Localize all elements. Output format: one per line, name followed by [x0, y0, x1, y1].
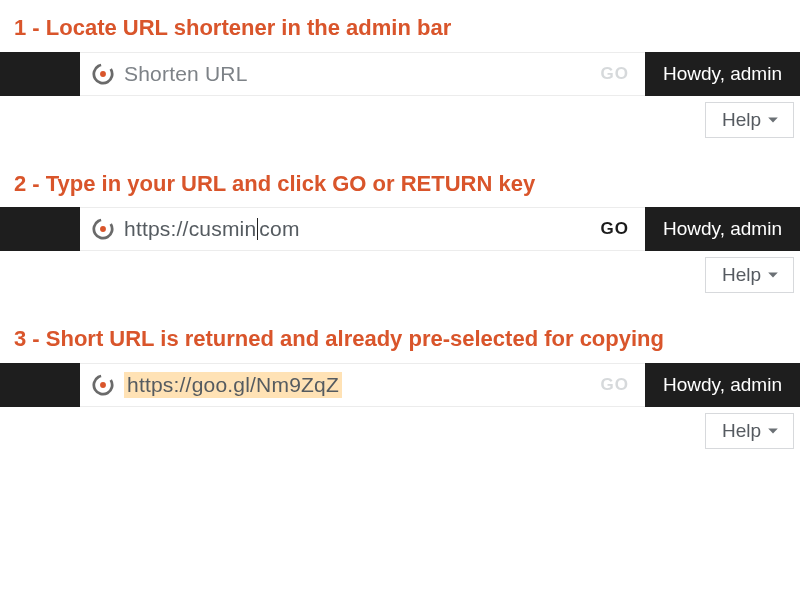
step-2-block: 2 - Type in your URL and click GO or RET… [0, 156, 800, 294]
step-3-caption: 3 - Short URL is returned and already pr… [0, 311, 800, 363]
go-button[interactable]: GO [595, 60, 635, 88]
url-result-selected: https://goo.gl/Nm9ZqZ [124, 372, 342, 398]
chevron-down-icon [767, 420, 779, 442]
url-typed-before: https://cusmin [124, 217, 256, 241]
step-2-caption: 2 - Type in your URL and click GO or RET… [0, 156, 800, 208]
svg-point-5 [100, 382, 106, 388]
chevron-down-icon [767, 109, 779, 131]
help-row: Help [0, 413, 800, 449]
help-dropdown[interactable]: Help [705, 102, 794, 138]
go-button[interactable]: GO [595, 371, 635, 399]
chevron-down-icon [767, 264, 779, 286]
url-shortener-field[interactable]: https://goo.gl/Nm9ZqZ GO [80, 363, 645, 407]
help-label: Help [722, 109, 761, 131]
help-label: Help [722, 420, 761, 442]
help-dropdown[interactable]: Help [705, 257, 794, 293]
admin-bar-left-stub [0, 207, 80, 251]
url-placeholder-text: Shorten URL [124, 62, 248, 86]
help-row: Help [0, 102, 800, 138]
admin-bar: https://goo.gl/Nm9ZqZ GO Howdy, admin [0, 363, 800, 407]
help-dropdown[interactable]: Help [705, 413, 794, 449]
text-cursor-icon [257, 218, 258, 240]
svg-point-1 [100, 71, 106, 77]
svg-point-3 [100, 226, 106, 232]
cusmin-logo-icon [92, 374, 114, 396]
help-row: Help [0, 257, 800, 293]
step-3-block: 3 - Short URL is returned and already pr… [0, 311, 800, 449]
howdy-greeting[interactable]: Howdy, admin [645, 207, 800, 251]
cusmin-logo-icon [92, 63, 114, 85]
admin-bar: https://cusmincom GO Howdy, admin [0, 207, 800, 251]
step-1-caption: 1 - Locate URL shortener in the admin ba… [0, 0, 800, 52]
url-shortener-field[interactable]: https://cusmincom GO [80, 207, 645, 251]
url-shortener-field[interactable]: Shorten URL GO [80, 52, 645, 96]
admin-bar-left-stub [0, 363, 80, 407]
url-typed-after: com [259, 217, 299, 241]
cusmin-logo-icon [92, 218, 114, 240]
admin-bar-left-stub [0, 52, 80, 96]
howdy-greeting[interactable]: Howdy, admin [645, 52, 800, 96]
go-button[interactable]: GO [595, 215, 635, 243]
step-1-block: 1 - Locate URL shortener in the admin ba… [0, 0, 800, 138]
admin-bar: Shorten URL GO Howdy, admin [0, 52, 800, 96]
howdy-greeting[interactable]: Howdy, admin [645, 363, 800, 407]
help-label: Help [722, 264, 761, 286]
